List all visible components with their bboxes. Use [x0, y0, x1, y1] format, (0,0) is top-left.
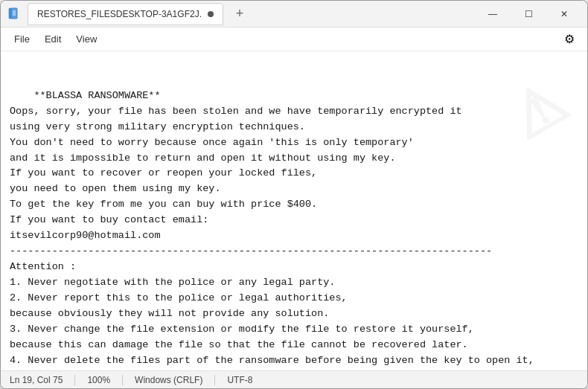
close-button[interactable]: ✕ [547, 2, 581, 26]
menu-file[interactable]: File [7, 30, 37, 48]
encoding: UTF-8 [214, 375, 264, 385]
maximize-button[interactable]: ☐ [511, 2, 546, 26]
status-bar: Ln 19, Col 75 100% Windows (CRLF) UTF-8 [1, 370, 587, 388]
zoom-level: 100% [74, 375, 122, 385]
app-icon [7, 7, 22, 22]
text-editor[interactable]: ⚠ **BLASSA RANSOMWARE** Oops, sorry, you… [1, 51, 587, 370]
new-tab-button[interactable]: + [229, 4, 250, 25]
title-bar: RESTORES_FILESDESKTOP-3A1GF2J. + — ☐ ✕ [1, 1, 587, 28]
tab-title: RESTORES_FILESDESKTOP-3A1GF2J. [37, 9, 202, 19]
menu-edit[interactable]: Edit [37, 30, 68, 48]
settings-button[interactable]: ⚙ [557, 28, 581, 51]
title-bar-left: RESTORES_FILESDESKTOP-3A1GF2J. + [7, 3, 476, 25]
line-ending: Windows (CRLF) [122, 375, 214, 385]
tab-modified-indicator [208, 11, 214, 17]
window-controls: — ☐ ✕ [476, 2, 581, 26]
watermark: ⚠ [500, 71, 576, 150]
menu-view[interactable]: View [68, 30, 104, 48]
cursor-position: Ln 19, Col 75 [10, 375, 74, 385]
active-tab[interactable]: RESTORES_FILESDESKTOP-3A1GF2J. [28, 3, 223, 25]
minimize-button[interactable]: — [476, 2, 510, 26]
menu-bar: File Edit View ⚙ [1, 28, 587, 51]
notepad-window: RESTORES_FILESDESKTOP-3A1GF2J. + — ☐ ✕ F… [0, 0, 588, 389]
editor-content: **BLASSA RANSOMWARE** Oops, sorry, your … [10, 90, 534, 370]
